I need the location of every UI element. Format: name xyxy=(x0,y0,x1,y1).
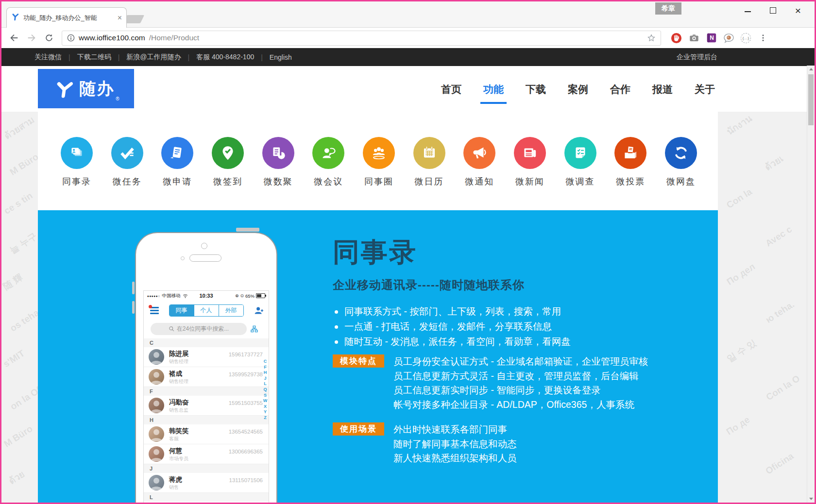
contact-row[interactable]: 冯勤奋销售总监15951503755 xyxy=(144,396,269,416)
bookmark-star-icon[interactable] xyxy=(647,34,656,42)
scrollbar-thumb[interactable] xyxy=(808,74,814,125)
nav-item-功能[interactable]: 功能 xyxy=(483,83,504,96)
data-chart-icon xyxy=(262,137,294,169)
nav-item-案例[interactable]: 案例 xyxy=(568,83,588,96)
scroll-up-arrow[interactable] xyxy=(807,66,815,73)
org-tree-icon[interactable] xyxy=(251,325,258,333)
contact-row[interactable]: 褚成销售经理13599529738 xyxy=(144,367,269,387)
contact-name: 韩笑笑 xyxy=(169,427,189,436)
index-letter-L[interactable]: L xyxy=(263,381,268,387)
index-letter-F[interactable]: F xyxy=(263,365,268,370)
feature-微任务[interactable]: 微任务 xyxy=(110,137,145,210)
feature-微新闻[interactable]: 微新闻 xyxy=(512,137,547,210)
add-contact-icon[interactable] xyxy=(254,305,264,318)
phone-tab-个人[interactable]: 个人 xyxy=(194,305,219,316)
feature-label: 微申请 xyxy=(163,176,192,187)
index-letter-X[interactable]: X xyxy=(263,404,268,410)
phone-search-input[interactable]: 在24位同事中搜索... xyxy=(151,323,247,335)
hero-bullet: 同事联系方式 - 按部门、上下级，列表，搜索，常用 xyxy=(333,304,571,319)
extensions-row: N {…} xyxy=(671,33,768,44)
minimize-button[interactable] xyxy=(735,1,760,19)
search-placeholder: 在24位同事中搜索... xyxy=(177,325,229,333)
feature-微网盘[interactable]: 微网盘 xyxy=(663,137,698,210)
braces-extension-icon[interactable]: {…} xyxy=(741,33,751,43)
svg-text:N: N xyxy=(710,34,714,41)
watermark-text: По де xyxy=(724,414,752,437)
topbar-link[interactable]: 客服 400-8482-100 xyxy=(196,53,254,62)
feature-微日历[interactable]: 微日历 xyxy=(412,137,447,210)
nav-item-报道[interactable]: 报道 xyxy=(652,83,673,96)
logo-mark-icon xyxy=(52,78,75,100)
index-letter-W[interactable]: W xyxy=(263,398,268,404)
contact-row[interactable]: 蒋虎销售13115071506 xyxy=(144,473,269,493)
hero-section: ●●●●●○ 中国移动 10:33 ⊕ ⊙ 65% 同事个人外部 xyxy=(38,210,718,503)
nav-item-合作[interactable]: 合作 xyxy=(610,83,630,96)
index-letter-S[interactable]: S xyxy=(263,393,268,399)
battery-percent-label: 65% xyxy=(245,293,255,299)
feature-微签到[interactable]: 微签到 xyxy=(210,137,245,210)
adblock-hand-icon[interactable] xyxy=(671,33,682,44)
watermark-text: s'MIT xyxy=(1,348,27,370)
close-button[interactable]: × xyxy=(785,1,811,19)
menu-hamburger-icon[interactable] xyxy=(150,307,159,314)
index-letter-C[interactable]: C xyxy=(263,359,268,365)
vertical-scrollbar[interactable] xyxy=(807,66,815,503)
contact-row[interactable]: 韩笑笑客服13654524565 xyxy=(144,424,269,444)
feature-微通知[interactable]: 微通知 xyxy=(462,137,497,210)
phone-search-row: 在24位同事中搜索... xyxy=(144,321,269,336)
feature-同事圈[interactable]: 同事圈 xyxy=(361,137,396,210)
maximize-button[interactable] xyxy=(760,1,785,19)
contact-name: 何慧 xyxy=(169,447,182,455)
forward-button[interactable] xyxy=(25,31,38,45)
scene-badge: 使用场景 xyxy=(333,422,384,436)
index-letter-J[interactable]: J xyxy=(263,376,268,382)
watermark-left: ด้วยสามM Büroce s tin늘 누구随 輝os teha.s'MI… xyxy=(1,112,38,503)
site-header: 随办 ® 首页功能下载案例合作报道关于 xyxy=(1,66,815,112)
camera-extension-icon[interactable] xyxy=(688,33,699,44)
feature-label: 微数聚 xyxy=(264,176,293,187)
window-titlebar: 功能_随办_移动办公_智能 × 希章 × xyxy=(1,1,815,27)
address-bar[interactable]: www.ioffice100.com/Home/Product xyxy=(62,31,661,46)
index-letter-H[interactable]: H xyxy=(263,370,268,376)
feature-微调查[interactable]: 微调查 xyxy=(563,137,598,210)
browser-menu-icon[interactable] xyxy=(757,33,768,44)
feature-同事录[interactable]: 同事录 xyxy=(59,137,94,210)
chat-bubble-extension-icon[interactable] xyxy=(723,33,734,44)
nav-item-下载[interactable]: 下载 xyxy=(526,83,546,96)
feature-微数聚[interactable]: 微数聚 xyxy=(261,137,296,210)
scroll-down-arrow[interactable] xyxy=(807,495,815,503)
feature-微申请[interactable]: 微申请 xyxy=(160,137,195,210)
page-info-icon[interactable] xyxy=(67,34,75,42)
browser-tab[interactable]: 功能_随办_移动办公_智能 × xyxy=(6,7,127,28)
contact-row[interactable]: 何慧市场专员13006696365 xyxy=(144,444,269,464)
window-controls: × xyxy=(735,1,811,19)
site-logo[interactable]: 随办 ® xyxy=(38,69,134,108)
tab-close-icon[interactable]: × xyxy=(118,14,122,22)
contact-row[interactable]: 陈进展销售经理15961737727 xyxy=(144,347,269,367)
back-button[interactable] xyxy=(7,31,21,45)
scene-feature-row: 使用场景 外出时快速联系各部门同事随时了解同事基本信息和动态新人快速熟悉组织架构… xyxy=(333,422,517,466)
topbar-link[interactable]: 新浪@工作用随办 xyxy=(126,53,181,62)
phone-tab-外部[interactable]: 外部 xyxy=(219,305,243,316)
topbar-link[interactable]: 下载二维码 xyxy=(77,53,111,62)
watermark-text: Con la xyxy=(725,186,754,211)
feature-微投票[interactable]: 微投票 xyxy=(613,137,648,210)
watermark-text: ю teha. xyxy=(764,299,796,325)
reload-button[interactable] xyxy=(42,31,56,45)
onenote-extension-icon[interactable]: N xyxy=(706,33,717,44)
topbar-link[interactable]: English xyxy=(270,53,292,61)
alphabet-index[interactable]: CFHJLQSWXYZ xyxy=(263,359,268,421)
feature-微会议[interactable]: 微会议 xyxy=(311,137,346,210)
contact-row[interactable]: 李贯佳13771025437 xyxy=(144,502,269,503)
phone-tab-同事[interactable]: 同事 xyxy=(170,305,194,316)
contact-phone: 13654524565 xyxy=(229,429,263,435)
index-letter-Y[interactable]: Y xyxy=(263,409,268,415)
nav-item-首页[interactable]: 首页 xyxy=(441,83,461,96)
topbar-link[interactable]: 关注微信 xyxy=(34,53,62,62)
watermark-text: Oficina xyxy=(764,451,796,477)
index-letter-Z[interactable]: Z xyxy=(263,415,268,421)
admin-portal-link[interactable]: 企业管理后台 xyxy=(677,53,717,62)
nav-item-关于[interactable]: 关于 xyxy=(695,83,715,96)
index-letter-Q[interactable]: Q xyxy=(263,387,268,393)
ballot-icon xyxy=(614,137,646,169)
